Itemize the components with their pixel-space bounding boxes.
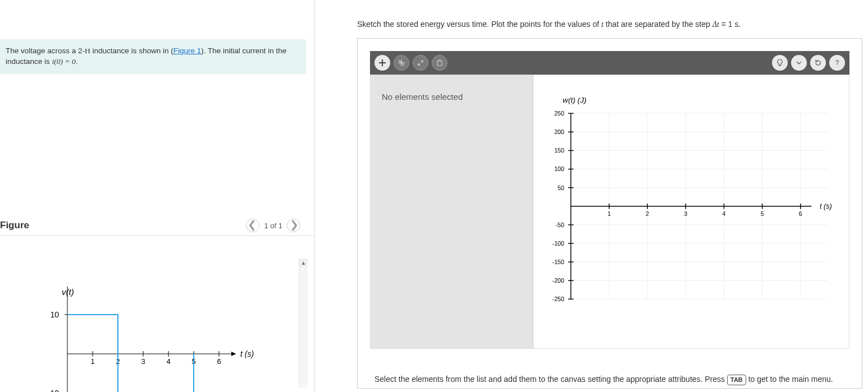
problem-H: H	[85, 47, 90, 55]
figure-link[interactable]: Figure 1	[173, 47, 202, 55]
bulb-icon	[775, 58, 784, 67]
ytick-top: 10	[50, 310, 59, 319]
reset-button[interactable]	[810, 55, 826, 71]
svg-text:?: ?	[835, 59, 839, 67]
voltage-waveform	[67, 315, 194, 392]
figure-section: Figure 1 of 1 ▲	[0, 219, 314, 388]
cross-plus-icon	[397, 58, 406, 67]
eyt9: -250	[552, 296, 564, 302]
figure-counter: 1 of 1	[264, 222, 282, 230]
problem-text-2: inductance is shown in (	[90, 47, 173, 55]
hint-p1: Select the elements from the list and ad…	[374, 375, 727, 384]
trash-icon	[435, 58, 444, 67]
left-panel: The voltage across a 2-H inductance is s…	[0, 0, 314, 392]
instr-p1: Sketch the stored energy versus time. Pl…	[357, 20, 601, 29]
question-icon: ?	[833, 58, 842, 67]
canvas-row: No elements selected	[370, 75, 849, 349]
xtick-3: 3	[141, 357, 145, 366]
plus-icon	[378, 58, 387, 67]
no-tool-button[interactable]	[394, 55, 409, 71]
svg-marker-1	[231, 352, 236, 356]
no-selection-text: No elements selected	[382, 92, 463, 102]
ext1: 2	[646, 210, 649, 217]
delete-tool-button[interactable]	[432, 55, 447, 71]
voltage-plot: 1 2 3 4 5 6 10 −10 v(t) t (s)	[34, 270, 275, 392]
hint-p2: to get to the main menu.	[746, 375, 833, 384]
eyt8: -200	[552, 277, 564, 284]
instr-p2: that are separated by the step	[604, 20, 712, 29]
dropdown-button[interactable]	[791, 55, 807, 71]
energy-ylabel: w(t) (J)	[563, 96, 586, 104]
eyt7: -150	[552, 259, 564, 265]
point-tool-button[interactable]	[413, 55, 428, 71]
eyt2: 150	[554, 147, 564, 154]
energy-plot: w(t) (J) t (s) 250 200 150 100 50 -50 -1…	[533, 75, 849, 348]
figure-nav: 1 of 1	[246, 219, 300, 232]
ytick-bot: −10	[45, 389, 59, 392]
figure-next-button[interactable]	[287, 219, 300, 232]
chevron-left-icon	[246, 219, 259, 232]
instr-p3: = 1 s.	[719, 20, 741, 29]
ext3: 4	[722, 210, 725, 217]
v-ylabel: v(t)	[62, 287, 74, 297]
problem-text-4: .	[76, 57, 78, 66]
right-panel: Sketch the stored energy versus time. Pl…	[314, 0, 868, 392]
eyt6: -100	[552, 240, 564, 247]
redo-icon	[814, 58, 823, 67]
xtick-4: 4	[166, 357, 170, 366]
figure-scrollbar[interactable]: ▲	[299, 259, 308, 388]
eyt0: 250	[554, 110, 564, 117]
scroll-up-icon[interactable]: ▲	[299, 259, 308, 268]
ext4: 5	[761, 210, 764, 217]
figure-header: Figure 1 of 1	[0, 219, 314, 236]
problem-text-1: The voltage across a 2-	[6, 47, 85, 55]
xtick-6: 6	[217, 357, 221, 366]
ext0: 1	[607, 210, 611, 217]
hint-button[interactable]	[772, 55, 788, 71]
figure-prev-button[interactable]	[246, 219, 259, 232]
problem-equation: i(0) = 0	[52, 57, 76, 66]
ext2: 3	[684, 210, 687, 217]
point-add-icon	[416, 58, 425, 67]
tab-key-badge: TAB	[727, 375, 746, 385]
instr-dt: Δt	[712, 20, 719, 29]
eyt1: 200	[554, 128, 564, 135]
chevron-right-icon	[287, 219, 300, 232]
v-xlabel: t (s)	[240, 349, 254, 358]
chevron-down-icon	[794, 58, 803, 67]
hint-row: Select the elements from the list and ad…	[374, 373, 845, 385]
plot-canvas[interactable]: w(t) (J) t (s) 250 200 150 100 50 -50 -1…	[533, 75, 849, 348]
ext5: 6	[799, 210, 802, 217]
graph-toolbar: ?	[370, 51, 849, 75]
graph-widget: ? No elements selected	[357, 38, 862, 389]
instruction-text: Sketch the stored energy versus time. Pl…	[357, 20, 857, 29]
svg-point-11	[418, 63, 420, 66]
xtick-1: 1	[90, 357, 94, 366]
eyt3: 100	[554, 165, 564, 172]
figure-title: Figure	[0, 220, 29, 231]
add-tool-button[interactable]	[374, 55, 390, 71]
eyt5: -50	[556, 222, 565, 228]
elements-panel: No elements selected	[371, 75, 533, 348]
figure-body: ▲ 1 2 3 4 5	[0, 236, 314, 388]
eyt4: 50	[558, 185, 564, 191]
problem-statement: The voltage across a 2-H inductance is s…	[0, 39, 306, 74]
help-button[interactable]: ?	[829, 55, 845, 71]
energy-xlabel: t (s)	[820, 202, 832, 210]
